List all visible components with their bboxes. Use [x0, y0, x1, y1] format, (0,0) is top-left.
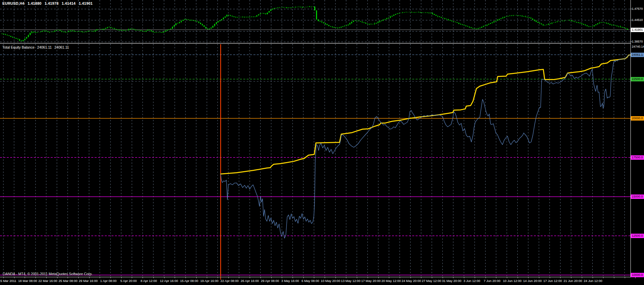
time-axis-label[interactable]: 17 Jun 12:00	[543, 279, 562, 283]
time-axis-label[interactable]: 13 May 12:00	[341, 279, 361, 283]
time-axis-tick	[528, 277, 528, 278]
time-axis-tick	[271, 277, 272, 278]
time-axis-tick	[453, 277, 453, 278]
time-axis-tick	[560, 277, 561, 278]
time-axis-tick	[582, 277, 582, 278]
time-axis-label[interactable]: 17 May 20:00	[361, 279, 381, 283]
time-axis-tick	[368, 277, 368, 278]
equity-balance-chart[interactable]	[0, 44, 630, 277]
time-axis-tick	[346, 277, 346, 278]
price-axis-label: 1.44510	[631, 18, 644, 22]
time-axis-label[interactable]: 15 Apr 08:00	[180, 279, 198, 283]
level-label-12500.0: 12500.0	[631, 234, 644, 238]
time-axis-label[interactable]: 24 May 20:00	[401, 279, 421, 283]
time-axis-tick	[207, 277, 207, 278]
time-axis-tick	[293, 277, 293, 278]
time-axis-tick	[539, 277, 539, 278]
time-axis-label[interactable]: 6 May 08:00	[301, 279, 319, 283]
price-chart-panel[interactable]	[0, 0, 630, 43]
time-axis-label[interactable]: 8 Apr 12:00	[141, 279, 157, 283]
time-axis-tick	[432, 277, 432, 278]
time-axis-tick	[336, 277, 336, 278]
time-axis-label[interactable]: 7 Jun 20:00	[484, 279, 500, 283]
time-axis-tick	[614, 277, 614, 278]
time-axis-tick	[486, 277, 486, 278]
time-axis-label[interactable]: 22 Apr 08:00	[220, 279, 239, 283]
level-label-20000.0: 20000.0	[631, 116, 644, 121]
indicator-equity-value: 24061.11	[37, 45, 52, 49]
time-axis-label[interactable]: 5 Apr 20:00	[120, 279, 137, 283]
time-axis-label[interactable]: 12 Apr 16:00	[160, 279, 178, 283]
ohlc-high: 1.41978	[45, 1, 58, 5]
time-axis-tick	[185, 277, 186, 278]
time-axis-label[interactable]: 25 Mar 08:00	[58, 279, 77, 283]
time-axis-label[interactable]: 3 May 16:00	[281, 279, 299, 283]
time-axis-tick	[625, 277, 625, 278]
time-axis-label[interactable]: 24 Jun 12:00	[584, 279, 602, 283]
mt4-terminal: EURUSD,H4 1.41880 1.41978 1.41414 1.4190…	[0, 0, 644, 285]
time-axis-tick	[78, 277, 79, 278]
time-axis-tick	[143, 277, 143, 278]
time-axis-label[interactable]: 19 Apr 16:00	[200, 279, 219, 283]
time-axis-label[interactable]: 14 Jun 20:00	[523, 279, 542, 283]
time-axis-label[interactable]: 15 Mar 2011	[0, 279, 16, 283]
time-axis-tick	[303, 277, 304, 278]
time-axis-tick	[443, 277, 443, 278]
time-axis-label[interactable]: 20 May 12:00	[381, 279, 401, 283]
price-axis-label: 1.38570	[631, 40, 644, 44]
indicator-name: Total Equity Balance	[2, 45, 34, 49]
time-axis-tick	[261, 277, 261, 278]
time-axis-tick	[164, 277, 165, 278]
time-axis-tick	[196, 277, 197, 278]
time-axis-label[interactable]: 1 Apr 08:00	[100, 279, 117, 283]
time-axis-tick	[175, 277, 175, 278]
time-axis-tick	[378, 277, 379, 278]
time-axis-tick	[518, 277, 518, 278]
time-axis-tick	[218, 277, 218, 278]
time-axis-tick	[421, 277, 421, 278]
time-axis-label[interactable]: 26 Apr 16:00	[241, 279, 259, 283]
time-axis-tick	[507, 277, 507, 278]
time-axis-label[interactable]: 21 Jun 20:00	[564, 279, 582, 283]
level-label-22500.0: 22500.0	[631, 77, 644, 81]
time-axis-tick	[550, 277, 550, 278]
time-axis-label[interactable]: 31 May 20:00	[442, 279, 462, 283]
broker-watermark: OANDA - MT4, © 2001-2011 MetaQuotes Soft…	[3, 272, 93, 276]
equity-indicator-panel[interactable]	[0, 44, 630, 277]
time-axis-label[interactable]: 10 May 20:00	[321, 279, 340, 283]
time-axis-tick	[475, 277, 475, 278]
time-axis-label[interactable]: 22 Mar 16:00	[39, 279, 57, 283]
indicator-balance-value: 24061.11	[54, 45, 69, 49]
level-label-24061.1: 24061.1	[631, 53, 644, 57]
time-axis-label[interactable]: 10 Jun 12:00	[503, 279, 522, 283]
time-axis-tick	[89, 277, 90, 278]
price-axis[interactable]: 1.475701.445101.414501.385701.4190124740…	[630, 0, 644, 277]
time-axis-tick	[228, 277, 229, 278]
ohlc-low: 1.41414	[62, 1, 76, 5]
symbol-label: EURUSD,H4	[2, 1, 24, 5]
level-label-15000.0: 15000.0	[631, 195, 644, 199]
time-axis-tick	[57, 277, 57, 278]
time-axis-tick	[3, 277, 4, 278]
price-axis-label: 1.47570	[631, 7, 644, 11]
time-axis-tick	[68, 277, 68, 278]
time-axis[interactable]: 15 Mar 201118 Mar 08:0022 Mar 16:0025 Ma…	[0, 277, 644, 285]
time-axis-label[interactable]: 18 Mar 08:00	[18, 279, 37, 283]
ohlc-close: 1.41901	[79, 1, 93, 5]
time-axis-tick	[314, 277, 314, 278]
time-axis-tick	[100, 277, 100, 278]
time-axis-label[interactable]: 3 Jun 12:00	[464, 279, 480, 283]
time-axis-tick	[153, 277, 154, 278]
time-axis-label[interactable]: 29 Mar 16:00	[79, 279, 98, 283]
chart-title: EURUSD,H4 1.41880 1.41978 1.41414 1.4190…	[2, 1, 95, 5]
candlestick-chart[interactable]	[0, 0, 630, 43]
time-axis-tick	[593, 277, 593, 278]
time-axis-label[interactable]: 29 Apr 08:00	[261, 279, 279, 283]
time-axis-tick	[389, 277, 389, 278]
time-axis-tick	[411, 277, 411, 278]
indicator-title: Total Equity Balance 24061.11 24061.11	[2, 45, 71, 49]
time-axis-tick	[121, 277, 122, 278]
time-axis-tick	[400, 277, 400, 278]
current-price-label: 1.41901	[631, 28, 644, 32]
time-axis-label[interactable]: 27 May 12:00	[422, 279, 441, 283]
